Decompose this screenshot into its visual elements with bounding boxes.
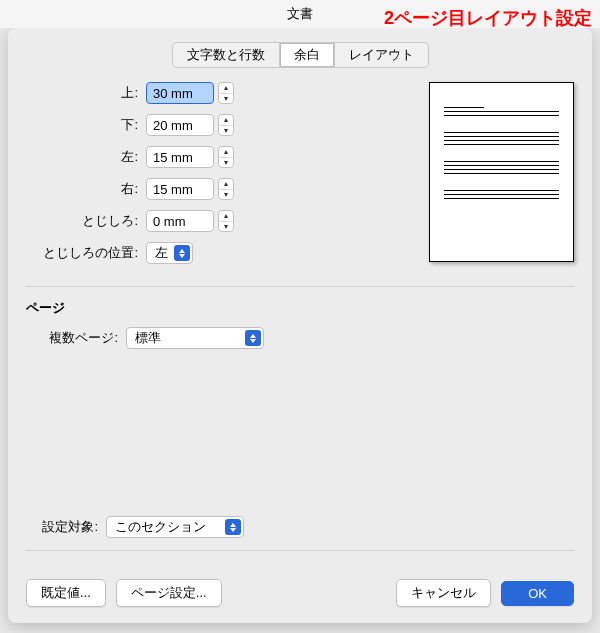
- window-title: 文書: [287, 6, 313, 21]
- margin-bottom-input[interactable]: [146, 114, 214, 136]
- page-section: ページ 複数ページ: 標準: [26, 299, 574, 359]
- chevron-up-icon[interactable]: ▴: [219, 211, 233, 222]
- chevron-up-icon[interactable]: ▴: [219, 147, 233, 158]
- divider: [26, 286, 574, 287]
- divider: [26, 550, 574, 551]
- chevron-down-icon[interactable]: ▾: [219, 126, 233, 136]
- margin-right-label: 右:: [26, 180, 146, 198]
- margin-top-spinner[interactable]: ▴ ▾: [218, 82, 234, 104]
- select-arrows-icon: [225, 519, 241, 535]
- defaults-button[interactable]: 既定値...: [26, 579, 106, 607]
- chevron-up-icon[interactable]: ▴: [219, 179, 233, 190]
- tab-chars-lines[interactable]: 文字数と行数: [172, 42, 280, 68]
- multi-page-value: 標準: [135, 329, 245, 347]
- chevron-down-icon[interactable]: ▾: [219, 94, 233, 104]
- chevron-down-icon[interactable]: ▾: [219, 222, 233, 232]
- gutter-position-value: 左: [155, 244, 174, 262]
- gutter-position-select[interactable]: 左: [146, 242, 193, 264]
- margin-left-label: 左:: [26, 148, 146, 166]
- margin-gutter-spinner[interactable]: ▴ ▾: [218, 210, 234, 232]
- chevron-up-icon[interactable]: ▴: [219, 83, 233, 94]
- select-arrows-icon: [245, 330, 261, 346]
- margin-right-input[interactable]: [146, 178, 214, 200]
- margin-left-input[interactable]: [146, 146, 214, 168]
- apply-to-label: 設定対象:: [26, 518, 106, 536]
- tab-bar: 文字数と行数 余白 レイアウト: [26, 42, 574, 68]
- window-titlebar: 文書 2ページ目レイアウト設定: [0, 0, 600, 28]
- select-arrows-icon: [174, 245, 190, 261]
- annotation-overlay: 2ページ目レイアウト設定: [384, 4, 592, 32]
- margin-bottom-spinner[interactable]: ▴ ▾: [218, 114, 234, 136]
- ok-button[interactable]: OK: [501, 581, 574, 606]
- apply-to-select[interactable]: このセクション: [106, 516, 244, 538]
- tab-margins[interactable]: 余白: [280, 42, 335, 68]
- margin-left-spinner[interactable]: ▴ ▾: [218, 146, 234, 168]
- margin-bottom-label: 下:: [26, 116, 146, 134]
- cancel-button[interactable]: キャンセル: [396, 579, 491, 607]
- gutter-position-label: とじしろの位置:: [26, 244, 146, 262]
- margin-right-spinner[interactable]: ▴ ▾: [218, 178, 234, 200]
- dialog-panel: 文字数と行数 余白 レイアウト 上: ▴ ▾ 下: ▴ ▾: [8, 28, 592, 623]
- page-preview: [429, 82, 574, 262]
- page-setup-button[interactable]: ページ設定...: [116, 579, 222, 607]
- margin-top-input[interactable]: [146, 82, 214, 104]
- multi-page-label: 複数ページ:: [26, 329, 126, 347]
- margin-gutter-input[interactable]: [146, 210, 214, 232]
- margin-gutter-label: とじしろ:: [26, 212, 146, 230]
- chevron-down-icon[interactable]: ▾: [219, 158, 233, 168]
- margin-top-label: 上:: [26, 84, 146, 102]
- tab-layout[interactable]: レイアウト: [335, 42, 429, 68]
- multi-page-select[interactable]: 標準: [126, 327, 264, 349]
- page-section-title: ページ: [26, 299, 574, 317]
- chevron-down-icon[interactable]: ▾: [219, 190, 233, 200]
- chevron-up-icon[interactable]: ▴: [219, 115, 233, 126]
- apply-to-value: このセクション: [115, 518, 225, 536]
